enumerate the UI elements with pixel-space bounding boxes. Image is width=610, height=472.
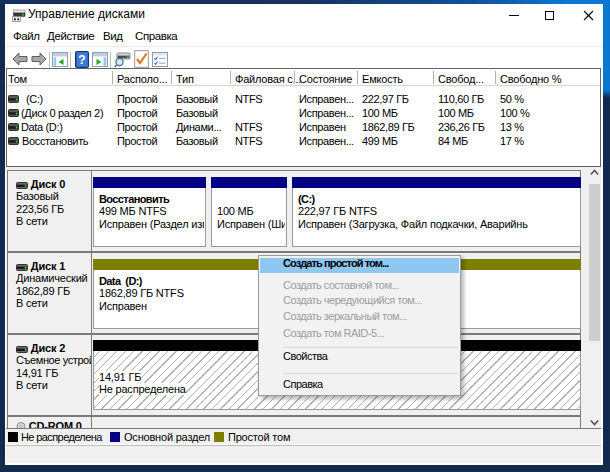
svg-text:?: ? [78, 53, 85, 67]
